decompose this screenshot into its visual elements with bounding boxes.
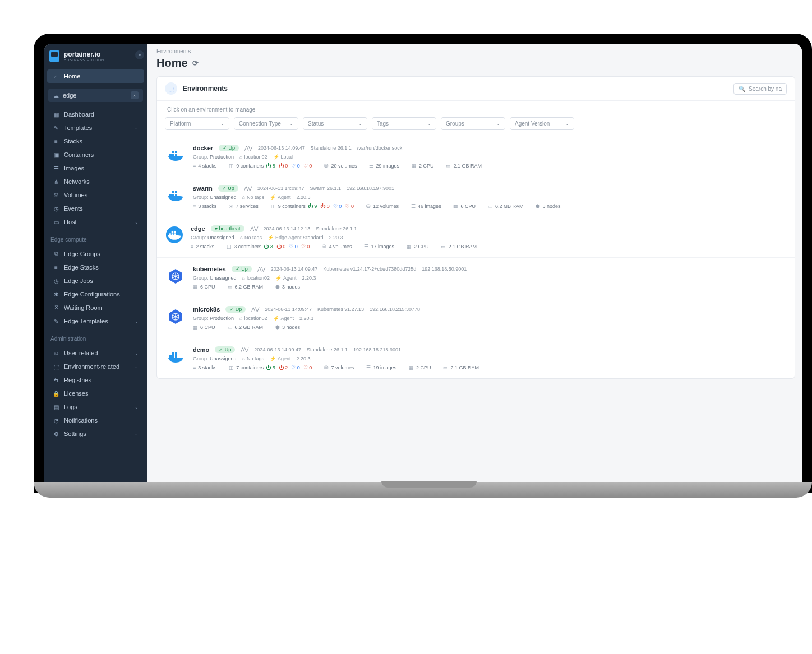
filter-agent-version[interactable]: Agent Version⌄ xyxy=(510,117,574,130)
activity-icon: ⋀⋁ xyxy=(244,145,252,151)
svg-rect-9 xyxy=(175,191,177,193)
heart-icon: ♡ 0 xyxy=(291,365,300,370)
env-row-kubernetes[interactable]: kubernetes ✓ Up ⋀⋁ 2024-06-13 14:09:47 K… xyxy=(157,257,795,298)
env-agent-version: 2.20.3 xyxy=(329,235,343,240)
heart-icon: ♡ 0 xyxy=(333,203,342,209)
cpu-icon: ▦ xyxy=(412,163,417,169)
nav-item-edge-configurations[interactable]: ✱ Edge Configurations xyxy=(47,287,144,301)
nav-item-environment-related[interactable]: ⬚ Environment-related ⌄ xyxy=(47,360,144,373)
filter-groups[interactable]: Groups⌄ xyxy=(441,117,505,130)
brand-subtitle: BUSINESS EDITION xyxy=(64,58,104,62)
nav-item-settings[interactable]: ⚙ Settings ⌄ xyxy=(47,427,144,440)
stat-cpu: ▦2 CPU xyxy=(412,163,434,169)
nodes-icon: ⬢ xyxy=(536,203,540,209)
chevron-down-icon: ⌄ xyxy=(496,121,500,126)
sidebar-env-chip[interactable]: ☁ edge × xyxy=(48,89,143,102)
nav-item-images[interactable]: ☰ Images xyxy=(47,161,144,175)
cpu-icon: ▦ xyxy=(409,365,414,370)
cpu-icon: ▦ xyxy=(193,284,198,290)
user-related-icon: ☺ xyxy=(53,350,59,356)
services-icon: ⤨ xyxy=(229,203,233,209)
chevron-down-icon: ⌄ xyxy=(565,121,569,126)
env-name: demo xyxy=(193,346,209,353)
env-chip-close[interactable]: × xyxy=(131,91,139,99)
nav-item-licenses[interactable]: 🔒 Licenses xyxy=(47,387,144,400)
env-tags: ⌂ location02 xyxy=(239,154,267,160)
env-row-docker[interactable]: docker ✓ Up ⋀⋁ 2024-06-13 14:09:47 Stand… xyxy=(157,137,795,177)
refresh-icon[interactable]: ⟳ xyxy=(192,59,199,67)
env-name: edge xyxy=(191,225,205,232)
env-row-edge[interactable]: edge ♥ heartbeat ⋀⋁ 2024-06-13 14:12:13 … xyxy=(157,217,795,257)
stat-nodes: ⬢3 nodes xyxy=(275,284,300,290)
env-tags: ⌂ location02 xyxy=(239,316,267,321)
env-group: Unassigned xyxy=(210,356,237,361)
nav-item-user-related[interactable]: ☺ User-related ⌄ xyxy=(47,346,144,360)
env-stats: ▦6 CPU▭6.2 GB RAM⬢3 nodes xyxy=(193,324,786,330)
nav-item-waiting-room[interactable]: ⧖ Waiting Room xyxy=(47,301,144,314)
nav-item-edge-templates[interactable]: ✎ Edge Templates ⌄ xyxy=(47,314,144,328)
status-badge: ♥ heartbeat xyxy=(211,225,244,232)
filter-status[interactable]: Status⌄ xyxy=(303,117,367,130)
stat-cpu: ▦2 CPU xyxy=(409,365,431,370)
brand-logo-icon xyxy=(49,50,59,62)
nav-item-logs[interactable]: ▤ Logs ⌄ xyxy=(47,400,144,414)
heart-icon: ♡ 0 xyxy=(289,244,298,249)
search-icon: 🔍 xyxy=(739,86,745,92)
stacks-icon: ≡ xyxy=(193,365,196,370)
nav-item-edge-jobs[interactable]: ◷ Edge Jobs xyxy=(47,274,144,287)
activity-icon: ⋀⋁ xyxy=(257,266,265,272)
nav-item-containers[interactable]: ▣ Containers xyxy=(47,148,144,161)
env-row-demo[interactable]: demo ✓ Up ⋀⋁ 2024-06-13 14:09:47 Standal… xyxy=(157,338,795,378)
filter-tags[interactable]: Tags⌄ xyxy=(372,117,436,130)
power-icon: ⏻ 5 xyxy=(266,365,275,370)
env-name: kubernetes xyxy=(193,266,226,272)
main-content: Environments Home ⟳ ⬚ Environments 🔍 Sea… xyxy=(147,44,802,493)
ram-icon: ▭ xyxy=(488,203,493,209)
env-platform: Kubernetes v1.24.17-2+cbed7380dd725d xyxy=(323,266,416,272)
env-platform: Swarm 26.1.1 xyxy=(310,185,341,191)
env-row-swarm[interactable]: swarm ✓ Up ⋀⋁ 2024-06-13 14:09:47 Swarm … xyxy=(157,177,795,217)
search-input[interactable]: 🔍 Search by na xyxy=(733,83,787,95)
chevron-down-icon: ⌄ xyxy=(358,121,362,126)
laptop-frame: portainer.io BUSINESS EDITION « ⌂ Home ☁… xyxy=(34,34,812,493)
nav-item-stacks[interactable]: ≡ Stacks xyxy=(47,134,144,148)
heart-icon: ♡ 0 xyxy=(301,244,310,249)
nav-item-host[interactable]: ▭ Host ⌄ xyxy=(47,215,144,229)
svg-rect-6 xyxy=(172,194,174,196)
env-row-microk8s[interactable]: microk8s ✓ Up ⋀⋁ 2024-06-13 14:09:47 Kub… xyxy=(157,298,795,338)
nav-item-notifications[interactable]: ◔ Notifications xyxy=(47,414,144,427)
env-endpoint: 192.168.18.218:9001 xyxy=(353,347,401,352)
svg-rect-2 xyxy=(175,154,177,156)
k8s-logo-icon xyxy=(166,267,185,286)
nav-item-edge-groups[interactable]: ⧉ Edge Groups xyxy=(47,247,144,261)
activity-icon: ⋀⋁ xyxy=(251,307,259,312)
nav-item-dashboard[interactable]: ▦ Dashboard xyxy=(47,108,144,121)
nav-item-templates[interactable]: ✎ Templates ⌄ xyxy=(47,121,144,134)
nav-item-events[interactable]: ◷ Events xyxy=(47,202,144,215)
nav-item-volumes[interactable]: ⛁ Volumes xyxy=(47,188,144,202)
breadcrumb[interactable]: Environments xyxy=(147,44,802,54)
nav-item-networks[interactable]: ⋔ Networks xyxy=(47,175,144,188)
power-icon: ⏻ 2 xyxy=(279,365,288,370)
environments-icon: ⬚ xyxy=(165,82,177,95)
chevron-down-icon: ⌄ xyxy=(135,319,139,324)
power-icon: ⏻ 8 xyxy=(266,163,275,169)
bolt-icon: ⚡ xyxy=(267,235,274,240)
svg-rect-29 xyxy=(172,352,174,355)
bolt-icon: ⚡ xyxy=(273,316,279,321)
sidebar-collapse-button[interactable]: « xyxy=(135,50,144,59)
docker-logo-icon xyxy=(166,186,185,205)
waiting-room-icon: ⧖ xyxy=(53,304,59,311)
filter-platform[interactable]: Platform⌄ xyxy=(165,117,229,130)
filter-connection-type[interactable]: Connection Type⌄ xyxy=(234,117,298,130)
stat-cpu: ▦6 CPU xyxy=(453,203,476,209)
svg-rect-30 xyxy=(175,352,177,355)
stacks-icon: ≡ xyxy=(193,163,196,169)
nav-home[interactable]: ⌂ Home xyxy=(47,69,144,83)
status-badge: ✓ Up xyxy=(218,185,238,192)
nav-item-registries[interactable]: ⇆ Registries xyxy=(47,373,144,387)
laptop-notch xyxy=(381,481,477,488)
nav-item-edge-stacks[interactable]: ≡ Edge Stacks xyxy=(47,261,144,274)
volumes-icon: ⛁ xyxy=(324,365,329,370)
tag-icon: ⌂ xyxy=(239,316,242,321)
